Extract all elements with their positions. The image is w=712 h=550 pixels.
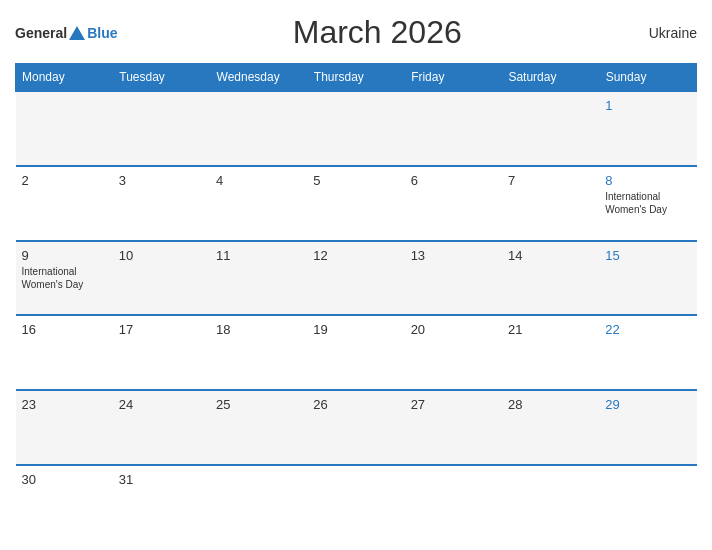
- calendar-week-row: 3031: [16, 465, 697, 540]
- calendar-cell: 19: [307, 315, 404, 390]
- country-label: Ukraine: [637, 25, 697, 41]
- day-number: 21: [508, 322, 593, 337]
- weekday-header-thursday: Thursday: [307, 64, 404, 92]
- logo-general-text: General: [15, 25, 67, 41]
- calendar-cell: 7: [502, 166, 599, 241]
- calendar-header-row: MondayTuesdayWednesdayThursdayFridaySatu…: [16, 64, 697, 92]
- calendar-cell: 11: [210, 241, 307, 316]
- calendar-table: MondayTuesdayWednesdayThursdayFridaySatu…: [15, 63, 697, 540]
- day-number: 14: [508, 248, 593, 263]
- weekday-header-sunday: Sunday: [599, 64, 696, 92]
- day-number: 23: [22, 397, 107, 412]
- day-number: 27: [411, 397, 496, 412]
- calendar-cell: 22: [599, 315, 696, 390]
- calendar-cell: 28: [502, 390, 599, 465]
- calendar-cell: 16: [16, 315, 113, 390]
- calendar-cell: 4: [210, 166, 307, 241]
- calendar-cell: [210, 91, 307, 166]
- logo: General Blue: [15, 25, 117, 41]
- calendar-cell: [405, 91, 502, 166]
- weekday-header-wednesday: Wednesday: [210, 64, 307, 92]
- day-number: 24: [119, 397, 204, 412]
- calendar-cell: 24: [113, 390, 210, 465]
- calendar-week-row: 9International Women's Day101112131415: [16, 241, 697, 316]
- calendar-cell: [502, 91, 599, 166]
- calendar-body: 12345678International Women's Day9Intern…: [16, 91, 697, 540]
- calendar-cell: 1: [599, 91, 696, 166]
- day-number: 13: [411, 248, 496, 263]
- calendar-cell: 25: [210, 390, 307, 465]
- month-title: March 2026: [117, 14, 637, 51]
- calendar-week-row: 16171819202122: [16, 315, 697, 390]
- day-number: 4: [216, 173, 301, 188]
- day-number: 5: [313, 173, 398, 188]
- calendar-cell: 26: [307, 390, 404, 465]
- day-number: 1: [605, 98, 690, 113]
- day-number: 8: [605, 173, 690, 188]
- calendar-cell: [405, 465, 502, 540]
- day-number: 26: [313, 397, 398, 412]
- calendar-header: General Blue March 2026 Ukraine: [15, 10, 697, 55]
- calendar-cell: 20: [405, 315, 502, 390]
- calendar-cell: 10: [113, 241, 210, 316]
- day-number: 2: [22, 173, 107, 188]
- calendar-cell: 6: [405, 166, 502, 241]
- day-number: 25: [216, 397, 301, 412]
- calendar-event: International Women's Day: [605, 190, 690, 216]
- calendar-cell: 8International Women's Day: [599, 166, 696, 241]
- calendar-cell: 17: [113, 315, 210, 390]
- day-number: 30: [22, 472, 107, 487]
- day-number: 9: [22, 248, 107, 263]
- calendar-cell: 9International Women's Day: [16, 241, 113, 316]
- calendar-cell: 15: [599, 241, 696, 316]
- calendar-cell: 13: [405, 241, 502, 316]
- calendar-cell: [16, 91, 113, 166]
- weekday-header-friday: Friday: [405, 64, 502, 92]
- day-number: 10: [119, 248, 204, 263]
- calendar-cell: 2: [16, 166, 113, 241]
- calendar-cell: 3: [113, 166, 210, 241]
- weekday-header-saturday: Saturday: [502, 64, 599, 92]
- weekday-header-monday: Monday: [16, 64, 113, 92]
- calendar-cell: [307, 465, 404, 540]
- calendar-cell: 14: [502, 241, 599, 316]
- day-number: 17: [119, 322, 204, 337]
- calendar-cell: 18: [210, 315, 307, 390]
- calendar-cell: [599, 465, 696, 540]
- day-number: 31: [119, 472, 204, 487]
- day-number: 16: [22, 322, 107, 337]
- logo-blue-text: Blue: [87, 25, 117, 41]
- calendar-cell: 30: [16, 465, 113, 540]
- calendar-cell: 31: [113, 465, 210, 540]
- day-number: 22: [605, 322, 690, 337]
- calendar-cell: 21: [502, 315, 599, 390]
- day-number: 18: [216, 322, 301, 337]
- day-number: 12: [313, 248, 398, 263]
- day-number: 20: [411, 322, 496, 337]
- calendar-cell: 12: [307, 241, 404, 316]
- day-number: 6: [411, 173, 496, 188]
- day-number: 11: [216, 248, 301, 263]
- calendar-cell: 23: [16, 390, 113, 465]
- day-number: 15: [605, 248, 690, 263]
- calendar-cell: 5: [307, 166, 404, 241]
- weekday-header-tuesday: Tuesday: [113, 64, 210, 92]
- calendar-week-row: 23242526272829: [16, 390, 697, 465]
- day-number: 3: [119, 173, 204, 188]
- calendar-event: International Women's Day: [22, 265, 107, 291]
- calendar-week-row: 2345678International Women's Day: [16, 166, 697, 241]
- calendar-cell: [113, 91, 210, 166]
- calendar-cell: 29: [599, 390, 696, 465]
- calendar-week-row: 1: [16, 91, 697, 166]
- day-number: 7: [508, 173, 593, 188]
- day-number: 29: [605, 397, 690, 412]
- day-number: 28: [508, 397, 593, 412]
- calendar-cell: [210, 465, 307, 540]
- logo-triangle-icon: [69, 26, 85, 40]
- calendar-cell: [307, 91, 404, 166]
- day-number: 19: [313, 322, 398, 337]
- calendar-cell: 27: [405, 390, 502, 465]
- calendar-cell: [502, 465, 599, 540]
